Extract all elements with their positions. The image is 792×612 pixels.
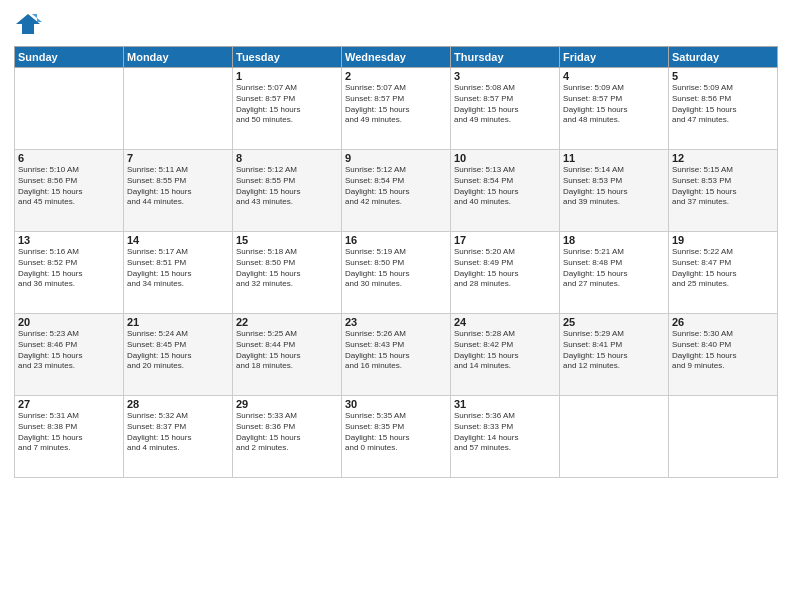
calendar-cell: 8Sunrise: 5:12 AM Sunset: 8:55 PM Daylig…: [233, 150, 342, 232]
day-number: 7: [127, 152, 229, 164]
day-number: 16: [345, 234, 447, 246]
day-info: Sunrise: 5:21 AM Sunset: 8:48 PM Dayligh…: [563, 247, 665, 290]
week-row-2: 6Sunrise: 5:10 AM Sunset: 8:56 PM Daylig…: [15, 150, 778, 232]
header: [14, 10, 778, 38]
calendar-cell: 28Sunrise: 5:32 AM Sunset: 8:37 PM Dayli…: [124, 396, 233, 478]
calendar-cell: 30Sunrise: 5:35 AM Sunset: 8:35 PM Dayli…: [342, 396, 451, 478]
day-number: 29: [236, 398, 338, 410]
day-info: Sunrise: 5:07 AM Sunset: 8:57 PM Dayligh…: [236, 83, 338, 126]
day-info: Sunrise: 5:22 AM Sunset: 8:47 PM Dayligh…: [672, 247, 774, 290]
day-info: Sunrise: 5:31 AM Sunset: 8:38 PM Dayligh…: [18, 411, 120, 454]
calendar-cell: [669, 396, 778, 478]
calendar-cell: 9Sunrise: 5:12 AM Sunset: 8:54 PM Daylig…: [342, 150, 451, 232]
day-info: Sunrise: 5:17 AM Sunset: 8:51 PM Dayligh…: [127, 247, 229, 290]
calendar-cell: 29Sunrise: 5:33 AM Sunset: 8:36 PM Dayli…: [233, 396, 342, 478]
weekday-header-friday: Friday: [560, 47, 669, 68]
day-number: 27: [18, 398, 120, 410]
day-info: Sunrise: 5:10 AM Sunset: 8:56 PM Dayligh…: [18, 165, 120, 208]
calendar-cell: 12Sunrise: 5:15 AM Sunset: 8:53 PM Dayli…: [669, 150, 778, 232]
day-info: Sunrise: 5:33 AM Sunset: 8:36 PM Dayligh…: [236, 411, 338, 454]
day-info: Sunrise: 5:19 AM Sunset: 8:50 PM Dayligh…: [345, 247, 447, 290]
day-number: 24: [454, 316, 556, 328]
calendar-cell: 24Sunrise: 5:28 AM Sunset: 8:42 PM Dayli…: [451, 314, 560, 396]
calendar-cell: 27Sunrise: 5:31 AM Sunset: 8:38 PM Dayli…: [15, 396, 124, 478]
day-number: 10: [454, 152, 556, 164]
day-info: Sunrise: 5:28 AM Sunset: 8:42 PM Dayligh…: [454, 329, 556, 372]
weekday-header-row: SundayMondayTuesdayWednesdayThursdayFrid…: [15, 47, 778, 68]
calendar-cell: 22Sunrise: 5:25 AM Sunset: 8:44 PM Dayli…: [233, 314, 342, 396]
day-info: Sunrise: 5:32 AM Sunset: 8:37 PM Dayligh…: [127, 411, 229, 454]
calendar-cell: 3Sunrise: 5:08 AM Sunset: 8:57 PM Daylig…: [451, 68, 560, 150]
day-number: 25: [563, 316, 665, 328]
calendar-cell: 23Sunrise: 5:26 AM Sunset: 8:43 PM Dayli…: [342, 314, 451, 396]
day-number: 17: [454, 234, 556, 246]
day-info: Sunrise: 5:20 AM Sunset: 8:49 PM Dayligh…: [454, 247, 556, 290]
calendar-cell: 2Sunrise: 5:07 AM Sunset: 8:57 PM Daylig…: [342, 68, 451, 150]
day-info: Sunrise: 5:12 AM Sunset: 8:55 PM Dayligh…: [236, 165, 338, 208]
calendar-cell: 18Sunrise: 5:21 AM Sunset: 8:48 PM Dayli…: [560, 232, 669, 314]
calendar-cell: 7Sunrise: 5:11 AM Sunset: 8:55 PM Daylig…: [124, 150, 233, 232]
day-number: 18: [563, 234, 665, 246]
calendar-cell: 31Sunrise: 5:36 AM Sunset: 8:33 PM Dayli…: [451, 396, 560, 478]
calendar-cell: 1Sunrise: 5:07 AM Sunset: 8:57 PM Daylig…: [233, 68, 342, 150]
day-number: 30: [345, 398, 447, 410]
day-info: Sunrise: 5:18 AM Sunset: 8:50 PM Dayligh…: [236, 247, 338, 290]
day-info: Sunrise: 5:14 AM Sunset: 8:53 PM Dayligh…: [563, 165, 665, 208]
day-number: 9: [345, 152, 447, 164]
day-number: 1: [236, 70, 338, 82]
day-number: 8: [236, 152, 338, 164]
calendar-cell: 21Sunrise: 5:24 AM Sunset: 8:45 PM Dayli…: [124, 314, 233, 396]
calendar-cell: 6Sunrise: 5:10 AM Sunset: 8:56 PM Daylig…: [15, 150, 124, 232]
calendar-cell: 25Sunrise: 5:29 AM Sunset: 8:41 PM Dayli…: [560, 314, 669, 396]
calendar-cell: 14Sunrise: 5:17 AM Sunset: 8:51 PM Dayli…: [124, 232, 233, 314]
day-number: 11: [563, 152, 665, 164]
day-number: 13: [18, 234, 120, 246]
day-info: Sunrise: 5:30 AM Sunset: 8:40 PM Dayligh…: [672, 329, 774, 372]
day-info: Sunrise: 5:29 AM Sunset: 8:41 PM Dayligh…: [563, 329, 665, 372]
calendar-cell: 10Sunrise: 5:13 AM Sunset: 8:54 PM Dayli…: [451, 150, 560, 232]
day-info: Sunrise: 5:25 AM Sunset: 8:44 PM Dayligh…: [236, 329, 338, 372]
day-info: Sunrise: 5:35 AM Sunset: 8:35 PM Dayligh…: [345, 411, 447, 454]
day-number: 5: [672, 70, 774, 82]
day-info: Sunrise: 5:36 AM Sunset: 8:33 PM Dayligh…: [454, 411, 556, 454]
day-info: Sunrise: 5:24 AM Sunset: 8:45 PM Dayligh…: [127, 329, 229, 372]
calendar-cell: 20Sunrise: 5:23 AM Sunset: 8:46 PM Dayli…: [15, 314, 124, 396]
day-number: 15: [236, 234, 338, 246]
day-info: Sunrise: 5:15 AM Sunset: 8:53 PM Dayligh…: [672, 165, 774, 208]
day-number: 20: [18, 316, 120, 328]
week-row-1: 1Sunrise: 5:07 AM Sunset: 8:57 PM Daylig…: [15, 68, 778, 150]
calendar-cell: 11Sunrise: 5:14 AM Sunset: 8:53 PM Dayli…: [560, 150, 669, 232]
day-info: Sunrise: 5:08 AM Sunset: 8:57 PM Dayligh…: [454, 83, 556, 126]
weekday-header-tuesday: Tuesday: [233, 47, 342, 68]
day-number: 21: [127, 316, 229, 328]
day-number: 2: [345, 70, 447, 82]
day-info: Sunrise: 5:16 AM Sunset: 8:52 PM Dayligh…: [18, 247, 120, 290]
day-info: Sunrise: 5:09 AM Sunset: 8:57 PM Dayligh…: [563, 83, 665, 126]
day-info: Sunrise: 5:07 AM Sunset: 8:57 PM Dayligh…: [345, 83, 447, 126]
day-number: 26: [672, 316, 774, 328]
calendar-table: SundayMondayTuesdayWednesdayThursdayFrid…: [14, 46, 778, 478]
day-number: 14: [127, 234, 229, 246]
day-number: 31: [454, 398, 556, 410]
weekday-header-sunday: Sunday: [15, 47, 124, 68]
week-row-3: 13Sunrise: 5:16 AM Sunset: 8:52 PM Dayli…: [15, 232, 778, 314]
day-number: 28: [127, 398, 229, 410]
day-info: Sunrise: 5:23 AM Sunset: 8:46 PM Dayligh…: [18, 329, 120, 372]
calendar-cell: 15Sunrise: 5:18 AM Sunset: 8:50 PM Dayli…: [233, 232, 342, 314]
day-number: 22: [236, 316, 338, 328]
day-number: 19: [672, 234, 774, 246]
day-info: Sunrise: 5:26 AM Sunset: 8:43 PM Dayligh…: [345, 329, 447, 372]
weekday-header-saturday: Saturday: [669, 47, 778, 68]
day-info: Sunrise: 5:12 AM Sunset: 8:54 PM Dayligh…: [345, 165, 447, 208]
weekday-header-thursday: Thursday: [451, 47, 560, 68]
day-info: Sunrise: 5:13 AM Sunset: 8:54 PM Dayligh…: [454, 165, 556, 208]
calendar-cell: 13Sunrise: 5:16 AM Sunset: 8:52 PM Dayli…: [15, 232, 124, 314]
day-number: 4: [563, 70, 665, 82]
day-number: 3: [454, 70, 556, 82]
calendar-cell: 26Sunrise: 5:30 AM Sunset: 8:40 PM Dayli…: [669, 314, 778, 396]
weekday-header-monday: Monday: [124, 47, 233, 68]
weekday-header-wednesday: Wednesday: [342, 47, 451, 68]
week-row-5: 27Sunrise: 5:31 AM Sunset: 8:38 PM Dayli…: [15, 396, 778, 478]
day-number: 23: [345, 316, 447, 328]
logo-icon: [14, 10, 42, 38]
